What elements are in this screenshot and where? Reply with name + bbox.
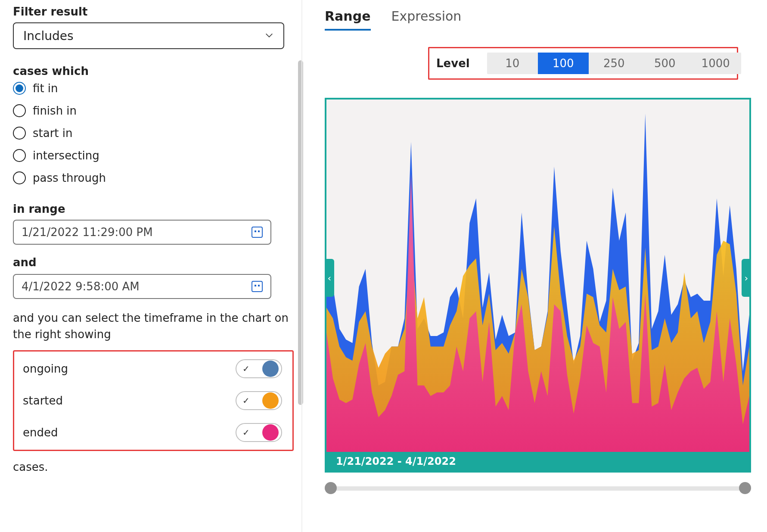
level-strip: Level 101002505001000 (428, 47, 738, 80)
tab-range[interactable]: Range (325, 9, 371, 31)
check-icon: ✓ (239, 395, 250, 406)
filter-result-select[interactable]: Includes (13, 22, 284, 49)
radio-start-in[interactable]: start in (13, 127, 289, 140)
in-range-label: in range (13, 202, 289, 215)
toggle-ended[interactable]: ✓ (236, 423, 282, 442)
toggle-knob (262, 361, 279, 377)
legend-label: ongoing (23, 362, 68, 375)
radio-fit-in[interactable]: fit in (13, 82, 289, 95)
toggle-knob (262, 424, 279, 441)
check-icon: ✓ (239, 427, 250, 438)
level-btn-100[interactable]: 100 (538, 53, 589, 74)
legend-row-started: started✓ (18, 391, 282, 410)
range-knob-right[interactable] (739, 482, 751, 494)
filter-result-value: Includes (23, 29, 74, 43)
cases-which-radio-group: fit infinish instart inintersectingpass … (13, 82, 289, 184)
radio-circle-icon (13, 104, 26, 117)
radio-circle-icon (13, 82, 26, 95)
radio-label: pass through (33, 171, 106, 184)
chart-frame[interactable]: ‹ › 1/21/2022 - 4/1/2022 (325, 98, 751, 473)
level-btn-1000[interactable]: 1000 (690, 53, 741, 74)
and-label: and (13, 256, 289, 269)
range-start-value: 1/21/2022 11:29:00 PM (22, 226, 153, 239)
radio-pass-through[interactable]: pass through (13, 171, 289, 184)
timeframe-help-text: and you can select the timeframe in the … (13, 310, 289, 342)
toggle-ongoing[interactable]: ✓ (236, 359, 282, 378)
legend-box: ongoing✓started✓ended✓ (13, 350, 294, 451)
calendar-icon[interactable] (252, 227, 263, 238)
level-buttons: 101002505001000 (487, 53, 741, 74)
radio-intersecting[interactable]: intersecting (13, 149, 289, 162)
legend-row-ended: ended✓ (18, 423, 282, 442)
chart-area (326, 100, 749, 471)
range-knob-left[interactable] (325, 482, 337, 494)
radio-label: intersecting (33, 149, 99, 162)
radio-circle-icon (13, 171, 26, 184)
filter-result-label: Filter result (13, 5, 289, 18)
range-start-input[interactable]: 1/21/2022 11:29:00 PM (13, 220, 271, 245)
legend-row-ongoing: ongoing✓ (18, 359, 282, 378)
legend-label: ended (23, 426, 58, 439)
toggle-knob (262, 392, 279, 409)
check-icon: ✓ (239, 364, 250, 374)
range-handle-right[interactable]: › (742, 259, 751, 297)
level-label: Level (436, 57, 470, 70)
range-slider[interactable] (325, 482, 751, 494)
level-btn-10[interactable]: 10 (487, 53, 538, 74)
radio-finish-in[interactable]: finish in (13, 104, 289, 117)
toggle-started[interactable]: ✓ (236, 391, 282, 410)
calendar-icon[interactable] (252, 281, 263, 292)
radio-label: finish in (33, 104, 77, 117)
legend-label: started (23, 394, 63, 407)
tabs: RangeExpression (325, 9, 755, 31)
level-btn-500[interactable]: 500 (640, 53, 690, 74)
radio-label: fit in (33, 82, 58, 95)
radio-circle-icon (13, 127, 26, 140)
cases-tail: cases. (13, 460, 289, 473)
range-track (331, 486, 745, 491)
radio-label: start in (33, 127, 73, 140)
chevron-down-icon (264, 29, 274, 43)
range-end-value: 4/1/2022 9:58:00 AM (22, 280, 140, 293)
chart-footer: 1/21/2022 - 4/1/2022 (326, 452, 749, 471)
level-btn-250[interactable]: 250 (589, 53, 640, 74)
tab-expression[interactable]: Expression (391, 9, 462, 31)
radio-circle-icon (13, 149, 26, 162)
cases-which-label: cases which (13, 65, 289, 78)
range-end-input[interactable]: 4/1/2022 9:58:00 AM (13, 274, 271, 299)
range-handle-left[interactable]: ‹ (325, 259, 334, 297)
